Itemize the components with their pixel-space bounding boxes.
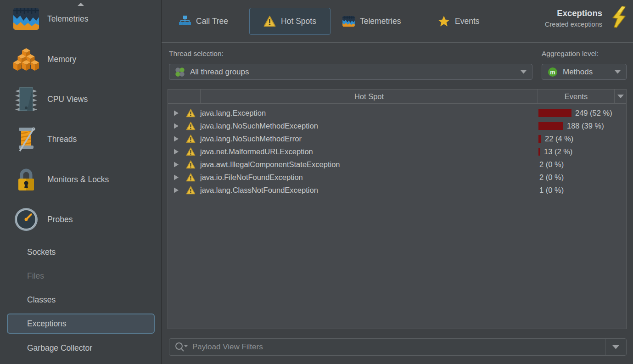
exception-warning-icon [186,109,196,118]
exception-class-name: java.awt.IllegalComponentStateException [200,160,340,169]
thread-spool-icon [12,126,40,152]
events-bar [538,122,563,130]
events-value: 1 (0 %) [539,186,564,195]
thread-groups-icon [175,67,185,77]
expand-arrow-icon[interactable] [174,123,179,129]
sidebar-item-cpu-views[interactable]: CPU Views [0,85,161,113]
events-bar [538,135,541,143]
sub-item-label: Classes [27,295,56,305]
exception-warning-icon [186,173,196,182]
sidebar-item-telemetries[interactable]: Telemetries [0,5,161,33]
events-bar [538,148,540,156]
exception-class-name: java.io.FileNotFoundException [200,173,303,182]
thread-selection-value: All thread groups [190,67,249,77]
padlock-icon [12,167,40,192]
column-header-hot-spot[interactable]: Hot Spot [201,90,538,103]
sub-item-label: Sockets [27,247,56,257]
tab-call-tree[interactable]: Call Tree [176,0,231,42]
sidebar-item-label: Monitors & Locks [47,175,109,185]
thread-selection-dropdown[interactable]: All thread groups [169,64,532,80]
sidebar-item-monitors-locks[interactable]: Monitors & Locks [0,166,161,193]
aggregation-level-dropdown[interactable]: m Methods [542,64,627,80]
column-selector-button[interactable] [615,90,626,103]
events-value: 188 (39 %) [567,122,604,130]
exception-warning-icon [186,134,196,143]
sub-item-label: Exceptions [27,319,67,329]
expand-arrow-icon[interactable] [174,110,179,116]
expand-arrow-icon[interactable] [174,149,179,155]
tab-label: Events [455,17,480,26]
events-value: 249 (52 %) [575,109,612,118]
tab-label: Call Tree [196,17,228,26]
thread-selection-label: Thread selection: [169,50,224,58]
sidebar-item-sockets[interactable]: Sockets [7,242,155,262]
expand-arrow-icon[interactable] [174,187,179,193]
sidebar-item-garbage-collector[interactable]: Garbage Collector [7,338,155,358]
sidebar-item-exceptions[interactable]: Exceptions [7,314,155,334]
tab-hot-spots[interactable]: Hot Spots [249,8,331,35]
exception-warning-icon [186,147,196,156]
table-row[interactable]: java.awt.IllegalComponentStateException … [168,158,626,171]
lightning-bolt-icon [611,6,628,33]
events-bar [538,109,571,117]
column-header-label: Hot Spot [354,92,384,101]
payload-filter-bar [169,338,627,356]
payload-filter-input[interactable] [192,339,605,355]
aggregation-level-label: Aggregation level: [542,50,599,58]
tab-events[interactable]: Events [435,0,482,42]
exception-class-name: java.lang.ClassNotFoundException [200,186,318,195]
view-toolbar: Call Tree Hot Spots [162,0,633,43]
main-panel: Call Tree Hot Spots [162,0,633,364]
exception-warning-icon [186,160,196,169]
view-title: Exceptions [545,8,602,18]
table-row[interactable]: java.io.FileNotFoundException 2 (0 %) [168,171,626,184]
telemetry-chart-icon [342,16,355,27]
sub-item-label: Garbage Collector [27,343,92,353]
sidebar-item-label: Probes [47,215,73,224]
view-subtitle: Created exceptions [545,21,602,28]
sidebar-item-classes[interactable]: Classes [7,290,155,310]
column-header-spacer[interactable] [168,90,201,103]
table-row[interactable]: java.lang.ClassNotFoundException 1 (0 %) [168,184,626,196]
call-tree-icon [179,16,191,27]
events-value: 22 (4 %) [545,134,573,143]
jprofiler-window: Telemetries Memory [0,0,633,364]
table-row[interactable]: java.lang.Exception 249 (52 %) [168,106,626,119]
view-sidebar: Telemetries Memory [0,0,162,364]
chevron-down-icon [612,345,619,349]
table-body: java.lang.Exception 249 (52 %) java.lang… [168,104,626,196]
search-icon[interactable] [174,342,188,352]
table-row[interactable]: java.lang.NoSuchMethodException 188 (39 … [168,119,626,132]
hot-spots-table: Hot Spot Events java.lang.Exception 249 … [168,89,627,329]
events-value: 13 (2 %) [544,147,572,156]
sidebar-item-threads[interactable]: Threads [0,125,161,153]
expand-arrow-icon[interactable] [174,162,179,168]
sidebar-item-label: CPU Views [47,95,88,104]
tab-telemetries[interactable]: Telemetries [340,0,403,42]
sidebar-item-probes[interactable]: Probes [0,206,161,233]
sidebar-item-label: Memory [47,55,76,64]
table-row[interactable]: java.lang.NoSuchMethodError 22 (4 %) [168,132,626,145]
column-header-events[interactable]: Events [538,90,615,103]
sub-item-label: Files [27,271,44,281]
gauge-icon [12,207,40,231]
sort-descending-icon [617,95,624,98]
exception-warning-icon [186,186,196,195]
telemetry-chart-icon [12,8,40,30]
expand-arrow-icon[interactable] [174,136,179,142]
exception-class-name: java.lang.Exception [200,109,266,118]
tab-label: Telemetries [360,17,401,26]
events-value: 2 (0 %) [539,160,564,169]
exception-class-name: java.lang.NoSuchMethodException [200,122,318,130]
exception-class-name: java.net.MalformedURLException [200,147,313,156]
sidebar-item-label: Threads [47,134,77,144]
sidebar-item-memory[interactable]: Memory [0,45,161,73]
methods-icon: m [548,67,558,77]
table-row[interactable]: java.net.MalformedURLException 13 (2 %) [168,145,626,158]
filter-dropdown-button[interactable] [605,339,626,355]
warning-triangle-icon [263,16,276,27]
cpu-chip-icon [12,87,40,111]
view-title-block: Exceptions Created exceptions [545,8,602,28]
events-value: 2 (0 %) [539,173,564,182]
expand-arrow-icon[interactable] [174,174,179,180]
